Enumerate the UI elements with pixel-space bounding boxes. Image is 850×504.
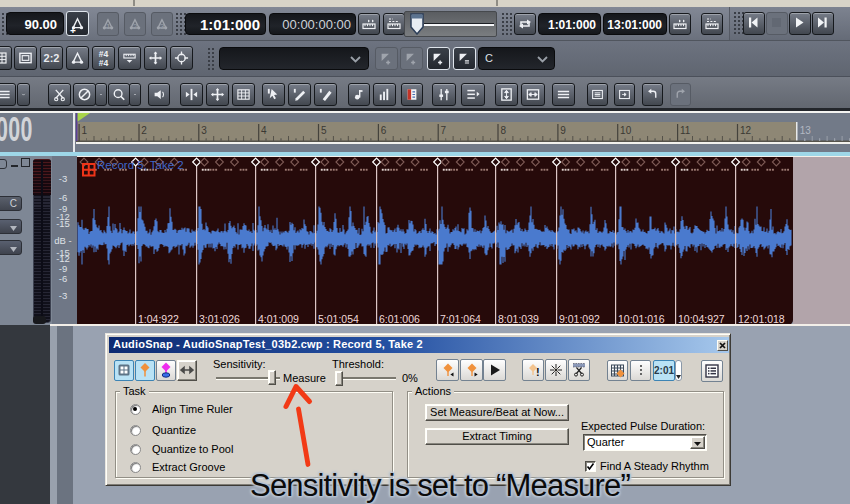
svg-text:11: 11 [680,125,691,136]
svg-text:12: 12 [740,125,752,136]
svg-text:7:01:064: 7:01:064 [440,313,481,325]
svg-text:9: 9 [560,125,566,136]
svg-text:10:01:016: 10:01:016 [618,313,665,325]
svg-text:10:04:927: 10:04:927 [678,313,725,325]
svg-text:3:01:026: 3:01:026 [199,313,240,325]
svg-text:1: 1 [82,125,88,136]
svg-text:10: 10 [620,125,632,136]
svg-text:5: 5 [321,125,327,136]
svg-text:4: 4 [261,125,267,136]
svg-text:6:01:006: 6:01:006 [379,313,420,325]
svg-text:6: 6 [381,125,387,136]
svg-text:5:01:054: 5:01:054 [318,313,359,325]
svg-text:8:01:039: 8:01:039 [498,313,539,325]
svg-text:7: 7 [441,125,447,136]
svg-text:!: ! [536,366,540,378]
svg-text:9:01:092: 9:01:092 [559,313,600,325]
svg-text:3: 3 [201,125,207,136]
svg-text:1:04:922: 1:04:922 [138,313,179,325]
svg-text:4:01:009: 4:01:009 [258,313,299,325]
svg-text:2: 2 [141,125,147,136]
svg-text:8: 8 [500,125,506,136]
svg-text:12:01:018: 12:01:018 [738,313,785,325]
svg-text:Record 5, Take 2: Record 5, Take 2 [97,159,184,171]
svg-text:13: 13 [800,125,812,136]
